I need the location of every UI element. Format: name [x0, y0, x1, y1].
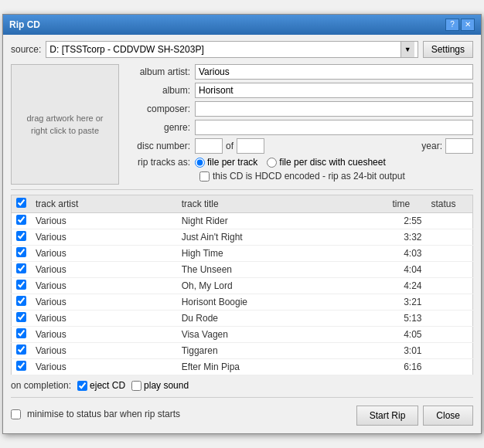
file-per-disc-option[interactable]: file per disc with cuesheet [267, 157, 385, 168]
track-title-cell: The Unseen [177, 262, 388, 278]
track-check-cell [12, 229, 32, 246]
composer-input[interactable] [195, 101, 473, 117]
rip-tracks-row: rip tracks as: file per track file per d… [125, 157, 473, 168]
col-track-title: track title [177, 195, 388, 213]
track-checkbox-1[interactable] [16, 231, 26, 241]
album-artist-label: album artist: [125, 66, 195, 77]
track-checkbox-9[interactable] [16, 361, 26, 371]
track-checkbox-8[interactable] [16, 344, 26, 355]
track-artist-cell: Various [31, 278, 177, 294]
album-row: album: [125, 83, 473, 98]
track-title-cell: Horisont Boogie [177, 294, 388, 311]
track-checkbox-2[interactable] [16, 247, 26, 257]
metadata-section: album artist: album: composer: genre: [125, 64, 473, 185]
track-title-cell: Night Rider [177, 213, 388, 229]
disc-total-input[interactable] [237, 138, 264, 154]
track-artist-cell: Various [31, 311, 177, 327]
top-divider [11, 189, 473, 190]
track-status-cell [427, 294, 473, 311]
album-artist-input[interactable] [195, 64, 473, 80]
track-check-cell [12, 359, 32, 375]
album-artist-row: album artist: [125, 64, 473, 80]
hdcd-checkbox[interactable] [199, 171, 210, 182]
source-label: source: [11, 44, 41, 55]
file-per-track-label: file per track [207, 157, 257, 168]
track-check-cell [12, 327, 32, 343]
start-rip-button[interactable]: Start Rip [356, 406, 419, 426]
disc-number-input[interactable] [195, 138, 223, 154]
track-artist-cell: Various [31, 262, 177, 278]
track-artist-cell: Various [31, 246, 177, 262]
file-per-track-option[interactable]: file per track [195, 157, 257, 168]
file-per-disc-label: file per disc with cuesheet [279, 157, 385, 168]
close-title-button[interactable]: ✕ [461, 19, 475, 31]
source-dropdown[interactable]: D: [TSSTcorp - CDDVDW SH-S203P] ▼ [46, 41, 418, 58]
track-status-cell [427, 311, 473, 327]
help-button[interactable]: ? [445, 19, 459, 31]
track-checkbox-7[interactable] [16, 328, 26, 338]
col-check [12, 195, 32, 213]
track-time-cell: 4:03 [388, 246, 427, 262]
track-time-cell: 3:21 [388, 294, 427, 311]
minimize-checkbox[interactable] [11, 409, 21, 419]
source-value: D: [TSSTcorp - CDDVDW SH-S203P] [49, 44, 400, 55]
track-check-cell [12, 278, 32, 294]
play-sound-option[interactable]: play sound [131, 380, 189, 391]
album-input[interactable] [195, 83, 473, 98]
track-checkbox-4[interactable] [16, 280, 26, 290]
col-time: time [388, 195, 427, 213]
settings-button[interactable]: Settings [423, 41, 473, 58]
eject-cd-option[interactable]: eject CD [77, 380, 125, 391]
artwork-box[interactable]: drag artwork here or right click to past… [11, 64, 119, 185]
track-title-cell: Efter Min Pipa [177, 359, 388, 375]
track-check-cell [12, 262, 32, 278]
track-checkbox-0[interactable] [16, 215, 26, 225]
track-checkbox-5[interactable] [16, 296, 26, 306]
table-row: Various Horisont Boogie 3:21 [12, 294, 473, 311]
track-time-cell: 5:13 [388, 311, 427, 327]
select-all-checkbox[interactable] [16, 198, 26, 208]
track-check-cell [12, 311, 32, 327]
file-per-track-radio[interactable] [195, 158, 205, 168]
table-row: Various Oh, My Lord 4:24 [12, 278, 473, 294]
year-input[interactable] [445, 138, 473, 154]
composer-row: composer: [125, 101, 473, 117]
col-track-artist: track artist [31, 195, 177, 213]
track-artist-cell: Various [31, 294, 177, 311]
close-button[interactable]: Close [423, 406, 473, 426]
genre-row: genre: [125, 120, 473, 135]
track-title-cell: Tiggaren [177, 343, 388, 359]
genre-input[interactable] [195, 120, 473, 135]
track-time-cell: 4:05 [388, 327, 427, 343]
eject-cd-checkbox[interactable] [77, 381, 87, 391]
play-sound-checkbox[interactable] [131, 381, 141, 391]
file-per-disc-radio[interactable] [267, 158, 277, 168]
track-checkbox-3[interactable] [16, 263, 26, 273]
dropdown-arrow-icon: ▼ [400, 42, 414, 57]
hdcd-label: this CD is HDCD encoded - rip as 24-bit … [213, 171, 405, 182]
action-buttons: Start Rip Close [356, 402, 473, 426]
completion-label: on completion: [11, 380, 71, 391]
track-time-cell: 4:04 [388, 262, 427, 278]
disc-number-row: disc number: of year: [125, 138, 473, 154]
completion-row: on completion: eject CD play sound [11, 375, 473, 394]
disc-of: of [223, 141, 237, 151]
track-status-cell [427, 343, 473, 359]
track-artist-cell: Various [31, 213, 177, 229]
track-status-cell [427, 278, 473, 294]
track-time-cell: 3:32 [388, 229, 427, 246]
track-artist-cell: Various [31, 359, 177, 375]
table-row: Various Du Rode 5:13 [12, 311, 473, 327]
track-time-cell: 3:01 [388, 343, 427, 359]
track-time-cell: 2:55 [388, 213, 427, 229]
genre-label: genre: [125, 122, 195, 133]
rip-tracks-label: rip tracks as: [125, 157, 195, 168]
tracks-table: track artist track title time status Var… [11, 195, 473, 375]
title-bar-buttons: ? ✕ [445, 19, 475, 31]
track-status-cell [427, 213, 473, 229]
track-check-cell [12, 213, 32, 229]
table-row: Various Visa Vagen 4:05 [12, 327, 473, 343]
track-checkbox-6[interactable] [16, 312, 26, 322]
minimize-row: minimise to status bar when rip starts [11, 406, 180, 423]
rip-tracks-options: file per track file per disc with cueshe… [195, 157, 386, 168]
